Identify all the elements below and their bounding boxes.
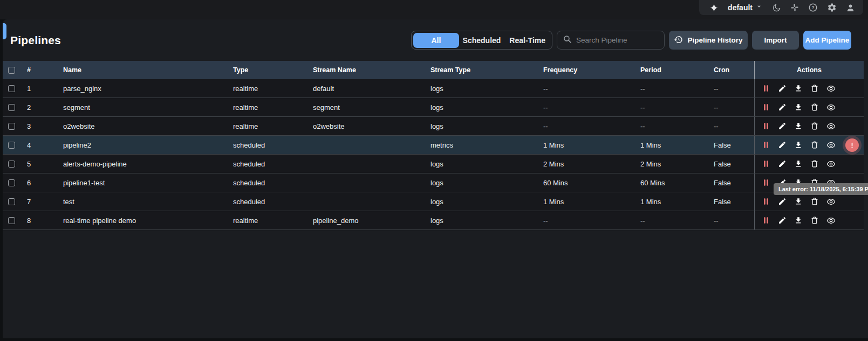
- chevron-down-icon: [755, 3, 763, 12]
- row-checkbox[interactable]: [3, 217, 22, 224]
- cell-stream_name: default: [307, 85, 425, 93]
- org-selector[interactable]: default: [728, 3, 763, 12]
- row-checkbox[interactable]: [3, 142, 22, 149]
- moon-icon[interactable]: [772, 3, 781, 12]
- table-row[interactable]: 5alerts-demo-pipelinescheduledlogs2 Mins…: [3, 155, 864, 173]
- cell-period: 60 Mins: [635, 179, 708, 187]
- add-pipeline-button[interactable]: Add Pipeline: [803, 31, 851, 50]
- pipelines-table: # Name Type Stream Name Stream Type Freq…: [3, 61, 864, 230]
- topbar-menu: default ?: [699, 0, 863, 15]
- row-actions: [754, 192, 864, 211]
- cell-num: 7: [22, 198, 58, 206]
- cell-cron: False: [708, 141, 754, 149]
- pause-icon[interactable]: [762, 98, 778, 116]
- cell-frequency: --: [538, 103, 635, 112]
- download-icon[interactable]: [794, 117, 810, 135]
- delete-icon[interactable]: [810, 155, 826, 173]
- drawer-handle[interactable]: [3, 23, 6, 39]
- view-icon[interactable]: [826, 192, 843, 211]
- search-pipeline-box[interactable]: [557, 31, 665, 50]
- pause-icon[interactable]: [762, 136, 778, 154]
- view-icon[interactable]: [826, 211, 843, 229]
- pause-icon[interactable]: [762, 155, 778, 173]
- cell-type: realtime: [228, 85, 307, 93]
- cell-period: --: [635, 85, 708, 93]
- download-icon[interactable]: [794, 192, 810, 211]
- cell-num: 1: [22, 85, 58, 93]
- edit-icon[interactable]: [778, 98, 794, 116]
- svg-text:?: ?: [811, 5, 814, 10]
- download-icon[interactable]: [794, 155, 810, 173]
- edit-icon[interactable]: [778, 192, 794, 211]
- delete-icon[interactable]: [810, 98, 826, 116]
- table-row[interactable]: 3o2websiterealtimeo2websitelogs------: [3, 117, 864, 136]
- error-icon[interactable]: [845, 136, 859, 154]
- select-all-checkbox[interactable]: [3, 67, 22, 74]
- cell-type: realtime: [228, 103, 307, 112]
- row-checkbox[interactable]: [3, 198, 22, 205]
- cell-stream_name: pipeline_demo: [307, 217, 425, 225]
- cell-type: scheduled: [228, 141, 307, 149]
- row-checkbox[interactable]: [3, 161, 22, 168]
- col-period: Period: [635, 66, 708, 74]
- col-stream-type: Stream Type: [425, 66, 538, 74]
- tab-realtime[interactable]: Real-Time: [504, 33, 550, 48]
- edit-icon[interactable]: [778, 136, 794, 154]
- cell-frequency: 2 Mins: [538, 160, 635, 168]
- profile-icon[interactable]: [846, 3, 855, 12]
- table-row[interactable]: 7testscheduledlogs1 Mins1 MinsFalse: [3, 192, 864, 211]
- sparkle-icon[interactable]: [709, 3, 719, 12]
- row-checkbox[interactable]: [3, 104, 22, 111]
- download-icon[interactable]: [794, 79, 810, 98]
- table-row[interactable]: 2segmentrealtimesegmentlogs------: [3, 98, 864, 117]
- import-button[interactable]: Import: [752, 31, 799, 50]
- delete-icon[interactable]: [810, 192, 826, 211]
- cell-num: 2: [22, 103, 58, 112]
- view-icon[interactable]: [826, 79, 843, 98]
- cell-name: parse_nginx: [58, 85, 228, 93]
- pause-icon[interactable]: [762, 117, 778, 135]
- row-checkbox[interactable]: [3, 85, 22, 92]
- edit-icon[interactable]: [778, 117, 794, 135]
- table-row[interactable]: 8real-time pipeline demorealtimepipeline…: [3, 211, 864, 230]
- cell-type: realtime: [228, 122, 307, 130]
- checkbox-icon: [8, 179, 15, 186]
- delete-icon[interactable]: [810, 211, 826, 229]
- pause-icon[interactable]: [762, 192, 778, 211]
- slack-icon[interactable]: [790, 3, 799, 12]
- settings-icon[interactable]: [827, 3, 837, 12]
- edit-icon[interactable]: [778, 79, 794, 98]
- cell-cron: --: [708, 122, 754, 130]
- cell-period: --: [635, 103, 708, 112]
- pause-icon[interactable]: [762, 79, 778, 98]
- download-icon[interactable]: [794, 98, 810, 116]
- help-icon[interactable]: ?: [808, 3, 818, 12]
- error-tooltip: Last error: 11/18/2025, 6:15:39 PM: [774, 183, 868, 195]
- table-row[interactable]: 1parse_nginxrealtimedefaultlogs------: [3, 79, 864, 98]
- view-icon[interactable]: [826, 98, 843, 116]
- download-icon[interactable]: [794, 211, 810, 229]
- checkbox-icon: [8, 104, 15, 111]
- pipeline-history-button[interactable]: Pipeline History: [669, 31, 748, 50]
- cell-cron: --: [708, 217, 754, 225]
- cell-stream_type: logs: [425, 160, 538, 168]
- table-row[interactable]: 4pipeline2scheduledmetrics1 Mins1 MinsFa…: [3, 136, 864, 155]
- row-checkbox[interactable]: [3, 179, 22, 186]
- delete-icon[interactable]: [810, 136, 826, 154]
- view-icon[interactable]: [826, 117, 843, 135]
- tab-all[interactable]: All: [413, 33, 459, 48]
- view-icon[interactable]: [826, 155, 843, 173]
- search-pipeline-input[interactable]: [576, 36, 659, 44]
- row-checkbox[interactable]: [3, 123, 22, 130]
- edit-icon[interactable]: [778, 155, 794, 173]
- table-row[interactable]: 6pipeline1-testscheduledlogs60 Mins60 Mi…: [3, 173, 864, 192]
- delete-icon[interactable]: [810, 117, 826, 135]
- cell-cron: False: [708, 160, 754, 168]
- pause-icon[interactable]: [762, 211, 778, 229]
- view-icon[interactable]: [826, 136, 843, 154]
- edit-icon[interactable]: [778, 211, 794, 229]
- cell-name: o2website: [58, 122, 228, 130]
- tab-scheduled[interactable]: Scheduled: [459, 33, 505, 48]
- delete-icon[interactable]: [810, 79, 826, 98]
- download-icon[interactable]: [794, 136, 810, 154]
